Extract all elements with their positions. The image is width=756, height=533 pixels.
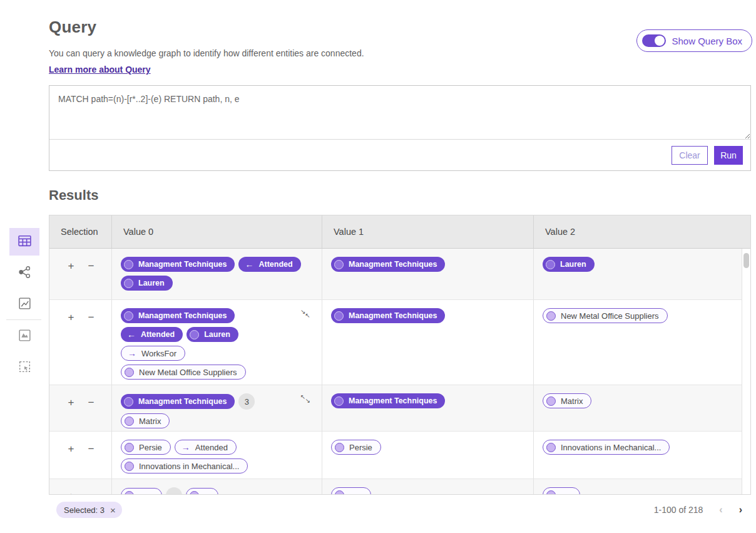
node-pill: New Metal Office Suppliers [121,365,246,380]
pill-label: Innovations in Mechanical... [139,462,239,471]
value2-cell: Innovations in Mechanical... [534,432,743,482]
add-to-selection-button[interactable]: + [68,443,74,454]
node-icon [190,330,199,339]
node-icon [125,491,134,495]
pill-line: Managment Techniques [121,308,314,323]
column-header-value2: Value 2 [534,215,752,248]
table-row: +−Managment Techniques3Matrix↖↘Managment… [49,385,750,432]
selection-cell: +− [49,300,112,388]
previous-page-button[interactable]: ‹ [719,505,722,515]
value0-cell [112,479,322,494]
add-to-selection-button[interactable]: + [68,397,74,408]
pagination: 1-100 of 218 ‹ › [654,505,746,515]
arrow-right-icon: → [181,443,190,452]
pill-line: Managment Techniques [331,308,526,323]
node-icon [124,397,133,406]
selected-chip: Selected: 3 × [56,502,122,518]
pill-label: Lauren [204,330,230,339]
query-page: Query You can query a knowledge graph to… [0,0,756,533]
value2-cell: New Metal Office Suppliers [534,300,743,388]
node-icon [335,443,344,452]
expand-cell-button[interactable]: ↖↘ [300,394,310,404]
node-icon [125,443,134,452]
node-icon [190,491,199,495]
pill-line: ←AttendedLauren [121,327,314,342]
pill-line: Managment Techniques [331,257,526,272]
graph-network-icon [18,265,32,281]
pill-line: Managment Techniques3 [121,393,314,410]
column-header-value0: Value 0 [112,215,322,248]
node-pill [186,488,218,494]
value2-cell: Lauren [534,249,743,299]
pill-label: Matrix [139,417,161,426]
line-chart-icon [18,296,32,313]
edge-pill: →WorksFor [121,346,185,361]
toggle-switch-icon[interactable] [642,34,666,47]
map-image-icon [18,328,32,344]
add-to-selection-button[interactable]: + [68,261,74,271]
table-view-button[interactable] [9,228,39,256]
dashed-select-icon [18,360,32,376]
results-section: Selection Value 0 Value 1 Value 2 +−Mana… [0,215,756,525]
count-badge: 3 [238,393,255,410]
selected-chip-label: Selected: 3 [64,505,105,515]
selection-cell: +− [49,385,112,437]
map-view-button[interactable] [9,323,39,350]
add-to-selection-button[interactable]: + [68,491,74,494]
toggle-knob [655,36,665,46]
pill-line: →WorksFor [121,346,314,361]
remove-from-selection-button[interactable]: − [88,397,94,408]
toggle-label: Show Query Box [672,36,742,46]
add-to-selection-button[interactable]: + [68,312,74,323]
remove-from-selection-button[interactable]: − [88,261,94,271]
column-header-value1: Value 1 [322,215,534,248]
page-range-label: 1-100 of 218 [654,505,703,515]
node-pill: Lauren [543,257,595,272]
pill-label: Attended [195,443,228,452]
query-section: Query You can query a knowledge graph to… [0,0,756,75]
table-view-icon [18,234,32,250]
remove-from-selection-button[interactable]: − [88,491,94,494]
show-query-box-toggle[interactable]: Show Query Box [636,29,752,52]
clear-button[interactable]: Clear [672,146,708,165]
results-title: Results [49,187,756,204]
value0-cell: Managment Techniques←AttendedLauren→Work… [112,300,322,388]
selection-view-button[interactable] [9,354,39,381]
remove-from-selection-button[interactable]: − [88,312,94,323]
collapse-cell-button[interactable]: ↘↖ [300,309,310,319]
pill-line: Lauren [543,257,735,272]
node-pill: Managment Techniques [331,308,445,323]
next-page-button[interactable]: › [739,505,742,515]
chart-view-button[interactable] [9,291,39,318]
pill-label: Lauren [560,260,586,269]
graph-view-button[interactable] [9,259,39,287]
pill-line: Managment Techniques←Attended [121,257,314,272]
pill-label: Managment Techniques [138,260,227,269]
selection-cell: +− [49,432,112,482]
query-actions: Clear Run [49,140,750,170]
pill-label: New Metal Office Suppliers [139,368,237,377]
value0-cell: Managment Techniques3Matrix↖↘ [112,385,322,437]
clear-selection-button[interactable]: × [110,505,116,515]
run-button[interactable]: Run [714,146,743,165]
node-pill: Persie [121,440,171,455]
value2-cell: Matrix [534,385,743,437]
table-body: +−Managment Techniques←AttendedLaurenMan… [49,249,750,494]
table-scrollbar[interactable] [742,249,750,494]
node-icon [334,260,344,269]
arrow-left-icon: ← [245,260,253,269]
node-icon [546,443,556,452]
node-pill: Persie [331,440,381,455]
scrollbar-thumb[interactable] [743,253,749,268]
pill-label: WorksFor [141,349,176,358]
node-icon [124,311,133,321]
learn-more-link[interactable]: Learn more about Query [49,65,151,75]
arrow-left-icon: ← [127,330,136,339]
query-input[interactable] [49,86,750,140]
remove-from-selection-button[interactable]: − [88,443,94,454]
edge-pill: →Attended [175,440,237,455]
edge-pill: ←Attended [121,327,183,342]
node-pill: Managment Techniques [121,257,235,272]
node-pill: Lauren [121,276,173,291]
value1-cell [322,479,534,494]
